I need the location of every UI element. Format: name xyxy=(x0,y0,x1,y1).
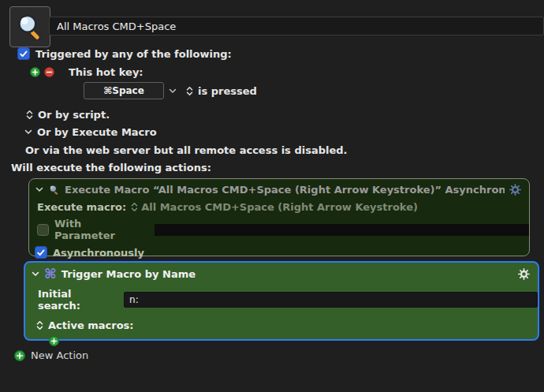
execute-macro-chevron-down-icon xyxy=(24,129,32,135)
macro-name-input[interactable] xyxy=(49,17,544,35)
hot-key-field[interactable]: ⌘Space xyxy=(84,82,164,99)
new-action-button[interactable]: New Action xyxy=(14,349,88,361)
action2-collapse-chevron-icon[interactable] xyxy=(32,271,39,277)
add-trigger-button[interactable] xyxy=(30,67,40,77)
or-by-script-label: Or by script. xyxy=(38,109,110,121)
active-macros-popup[interactable]: Active macros: xyxy=(36,319,538,331)
triggered-by-checkbox[interactable] xyxy=(17,47,30,60)
new-action-label: New Action xyxy=(31,349,88,361)
with-parameter-checkbox[interactable] xyxy=(37,224,49,236)
new-action-plus-icon xyxy=(14,350,25,361)
action-execute-macro[interactable]: Execute Macro “All Macros CMD+Space (Rig… xyxy=(28,178,530,256)
command-icon: ⌘ xyxy=(44,267,57,281)
with-parameter-label: With Parameter xyxy=(54,218,140,241)
execute-macro-value: All Macros CMD+Space (Right Arrow Keystr… xyxy=(141,201,418,213)
or-by-script-row[interactable]: Or by script. xyxy=(26,109,110,121)
execute-macro-popup[interactable]: All Macros CMD+Space (Right Arrow Keystr… xyxy=(131,201,418,213)
asynchronously-checkbox[interactable] xyxy=(35,246,47,259)
magnifier-icon xyxy=(15,12,45,42)
execute-macro-label: Execute macro: xyxy=(37,201,126,213)
action-trigger-macro-by-name[interactable]: ⌘ Trigger Macro by Name Initial search: xyxy=(24,261,539,341)
active-macros-popup-icon xyxy=(36,320,43,330)
action1-gear-icon[interactable] xyxy=(509,184,521,196)
action1-title: Execute Macro “All Macros CMD+Space (Rig… xyxy=(65,184,505,196)
initial-search-input[interactable] xyxy=(124,292,538,308)
or-by-execute-macro-label: Or by Execute Macro xyxy=(37,126,157,138)
hot-key-label: This hot key: xyxy=(69,66,143,78)
triggered-by-label: Triggered by any of the following: xyxy=(35,48,232,60)
remove-trigger-button[interactable] xyxy=(44,67,54,77)
is-pressed-label[interactable]: is pressed xyxy=(198,85,257,97)
actions-header: Will execute the following actions: xyxy=(11,162,211,174)
asynchronously-label: Asynchronously xyxy=(53,247,144,259)
add-active-macro-button[interactable] xyxy=(49,336,59,346)
active-macros-label: Active macros: xyxy=(48,319,134,331)
or-by-execute-macro-row[interactable]: Or by Execute Macro xyxy=(24,126,157,138)
action2-title: Trigger Macro by Name xyxy=(61,268,196,280)
action1-magnifier-icon xyxy=(48,184,60,196)
macro-icon-box[interactable] xyxy=(9,6,50,47)
hot-key-chevron-down-icon[interactable] xyxy=(169,88,177,94)
action1-collapse-chevron-icon[interactable] xyxy=(35,187,43,192)
action2-gear-icon[interactable] xyxy=(518,268,530,280)
web-server-note: Or via the web server but all remote acc… xyxy=(25,144,347,156)
script-popup-icon xyxy=(26,110,33,120)
with-parameter-input[interactable] xyxy=(155,224,529,236)
pressed-popup-icon[interactable] xyxy=(186,86,193,96)
initial-search-label: Initial search: xyxy=(38,288,116,312)
